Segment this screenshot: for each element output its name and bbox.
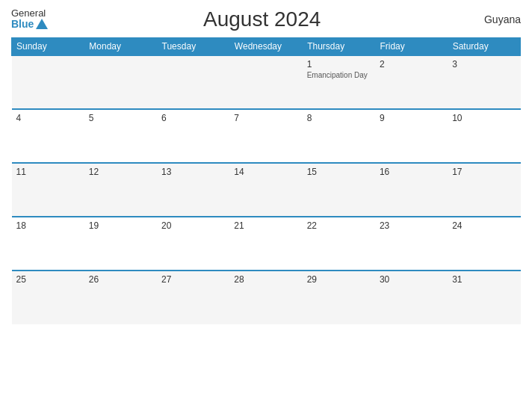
calendar-week-1: 1Emancipation Day23 [12, 55, 521, 109]
calendar-cell: 20 [157, 217, 229, 271]
calendar-cell: 24 [448, 217, 520, 271]
calendar-week-5: 25262728293031 [12, 271, 521, 324]
calendar-header: Sunday Monday Tuesday Wednesday Thursday… [12, 38, 521, 56]
day-number: 11 [16, 167, 80, 177]
day-number: 14 [234, 167, 297, 177]
logo: General Blue [11, 8, 48, 31]
days-of-week-row: Sunday Monday Tuesday Wednesday Thursday… [12, 38, 521, 56]
day-number: 23 [380, 220, 443, 231]
day-number: 10 [452, 113, 516, 123]
day-number: 1 [307, 59, 371, 69]
day-number: 30 [380, 274, 443, 285]
col-saturday: Saturday [448, 38, 520, 56]
day-number: 6 [161, 113, 225, 123]
calendar-cell: 15 [303, 163, 375, 217]
calendar-cell: 29 [303, 271, 375, 324]
calendar-cell [84, 55, 157, 109]
day-number: 3 [452, 59, 516, 69]
day-number: 17 [452, 167, 516, 177]
calendar-cell: 4 [12, 109, 84, 163]
calendar-week-4: 18192021222324 [12, 217, 521, 271]
day-number: 18 [16, 220, 80, 231]
day-number: 5 [89, 113, 152, 123]
col-wednesday: Wednesday [229, 38, 302, 56]
day-number: 22 [307, 220, 371, 231]
calendar-cell: 9 [375, 109, 448, 163]
day-number: 16 [380, 167, 443, 177]
logo-triangle-icon [36, 19, 48, 29]
logo-text: General Blue [11, 8, 48, 31]
calendar-cell: 19 [84, 217, 157, 271]
calendar-cell: 16 [375, 163, 448, 217]
calendar-cell: 3 [448, 55, 520, 109]
calendar-cell: 28 [229, 271, 302, 324]
calendar-cell: 7 [229, 109, 302, 163]
calendar-cell: 13 [157, 163, 229, 217]
day-number: 4 [16, 113, 80, 123]
day-number: 15 [307, 167, 371, 177]
calendar-cell: 17 [448, 163, 520, 217]
calendar-week-2: 45678910 [12, 109, 521, 163]
day-number: 13 [161, 167, 225, 177]
day-number: 24 [452, 220, 516, 231]
day-number: 7 [234, 113, 297, 123]
day-number: 31 [452, 274, 516, 285]
calendar-cell: 18 [12, 217, 84, 271]
calendar-cell: 25 [12, 271, 84, 324]
calendar-cell: 2 [375, 55, 448, 109]
day-number: 19 [89, 220, 152, 231]
logo-blue: Blue [11, 19, 34, 30]
calendar-cell: 21 [229, 217, 302, 271]
col-monday: Monday [84, 38, 157, 56]
calendar-body: 1Emancipation Day23456789101112131415161… [12, 55, 521, 324]
calendar-cell: 6 [157, 109, 229, 163]
calendar-cell: 12 [84, 163, 157, 217]
calendar-cell [157, 55, 229, 109]
calendar-cell [229, 55, 302, 109]
calendar-week-3: 11121314151617 [12, 163, 521, 217]
calendar-cell: 5 [84, 109, 157, 163]
col-sunday: Sunday [12, 38, 84, 56]
calendar-table: Sunday Monday Tuesday Wednesday Thursday… [11, 37, 521, 324]
calendar-cell: 27 [157, 271, 229, 324]
day-number: 27 [161, 274, 225, 285]
col-tuesday: Tuesday [157, 38, 229, 56]
country-label: Guyana [476, 13, 521, 25]
day-number: 29 [307, 274, 371, 285]
day-number: 26 [89, 274, 152, 285]
calendar-cell: 31 [448, 271, 520, 324]
calendar-page: General Blue August 2024 Guyana Sunday M… [0, 0, 532, 411]
day-number: 21 [234, 220, 297, 231]
header: General Blue August 2024 Guyana [11, 7, 521, 31]
day-number: 8 [307, 113, 371, 123]
calendar-cell: 14 [229, 163, 302, 217]
event-label: Emancipation Day [307, 71, 371, 79]
calendar-cell [12, 55, 84, 109]
logo-general: General [11, 8, 48, 19]
calendar-cell: 23 [375, 217, 448, 271]
month-title: August 2024 [48, 7, 476, 31]
col-thursday: Thursday [303, 38, 375, 56]
calendar-cell: 26 [84, 271, 157, 324]
day-number: 2 [380, 59, 443, 69]
calendar-cell: 30 [375, 271, 448, 324]
calendar-cell: 22 [303, 217, 375, 271]
day-number: 12 [89, 167, 152, 177]
calendar-cell: 10 [448, 109, 520, 163]
day-number: 28 [234, 274, 297, 285]
day-number: 9 [380, 113, 443, 123]
day-number: 20 [161, 220, 225, 231]
calendar-cell: 1Emancipation Day [303, 55, 375, 109]
col-friday: Friday [375, 38, 448, 56]
day-number: 25 [16, 274, 80, 285]
calendar-cell: 11 [12, 163, 84, 217]
calendar-cell: 8 [303, 109, 375, 163]
